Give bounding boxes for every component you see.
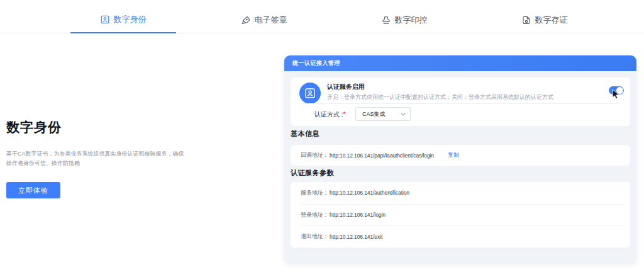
- id-badge-circle-icon: [299, 83, 321, 104]
- page-title: 数字身份: [6, 118, 62, 136]
- service-enable-toggle[interactable]: [609, 86, 624, 94]
- auth-service-card: 认证服务启用 开启：登录方式使用统一认证中配置的认证方式；关闭：登录方式采用系统…: [291, 77, 630, 126]
- auth-method-label: 认证方式 :*: [314, 110, 345, 119]
- service-params-heading: 认证服务参数: [291, 168, 334, 178]
- service-address-row: 服务地址 : http:10.12.106.141/authentificati…: [291, 182, 630, 204]
- exit-address-row: 退出地址 : http:10.12.106.141/exit: [291, 225, 630, 248]
- auth-method-label-text: 认证方式 :: [314, 111, 343, 118]
- panel-title: 统一认证接入管理: [292, 59, 340, 67]
- document-icon: [522, 16, 531, 25]
- required-asterisk: *: [343, 111, 346, 118]
- row-label: 退出地址 :: [301, 232, 330, 241]
- service-url-value: http:10.12.106.141/authentification: [330, 190, 409, 196]
- unified-auth-panel: 统一认证接入管理 认证服务启用 开启：登录方式使用统一认证中配置的认证方式；关闭…: [284, 55, 636, 264]
- description-line: 操作者身份可信、操作防抵赖: [6, 159, 184, 168]
- login-address-row: 登录地址 : http:10.12.106.141/login: [291, 204, 630, 226]
- row-label: 回调地址 :: [301, 151, 330, 159]
- row-label: 登录地址 :: [301, 211, 330, 219]
- service-params-card: 服务地址 : http:10.12.106.141/authentificati…: [291, 182, 630, 248]
- callback-address-row: 回调地址 : http:10.12.106.141/papi/iaauthcli…: [291, 145, 630, 166]
- login-url-value: http:10.12.106.141/login: [330, 212, 386, 218]
- callback-url-value: http:10.12.106.141/papi/iaauthclient/cas…: [330, 152, 434, 159]
- chevron-down-icon: [401, 113, 406, 116]
- divider: [301, 103, 620, 104]
- basic-info-heading: 基本信息: [291, 129, 319, 139]
- tab-label: 数字印控: [395, 14, 428, 26]
- panel-header: 统一认证接入管理: [284, 55, 636, 71]
- page-description: 基于CA数字证书，为各类业务系统提供真实身份认证和核验服务，确保 操作者身份可信…: [6, 149, 184, 168]
- tab-label: 电子签章: [255, 14, 287, 26]
- copy-link[interactable]: 复制: [448, 151, 459, 159]
- auth-method-value: CAS集成: [362, 110, 386, 118]
- tab-digital-identity[interactable]: 数字身份: [70, 6, 176, 33]
- top-tab-bar: 数字身份 电子签章 数字印控 数字存证: [0, 0, 644, 33]
- tab-label: 数字身份: [114, 14, 147, 25]
- toggle-knob: [616, 87, 623, 94]
- tab-label: 数字存证: [535, 14, 568, 26]
- tab-digital-seal-control[interactable]: 数字印控: [352, 6, 457, 33]
- id-badge-icon: [101, 15, 109, 24]
- tab-digital-evidence[interactable]: 数字存证: [492, 6, 597, 33]
- pen-nib-icon: [242, 16, 250, 25]
- tab-electronic-signature[interactable]: 电子签章: [211, 6, 317, 33]
- stamp-icon: [382, 16, 391, 25]
- service-enable-title: 认证服务启用: [327, 83, 365, 91]
- auth-method-select[interactable]: CAS集成: [355, 107, 411, 121]
- description-line: 基于CA数字证书，为各类业务系统提供真实身份认证和核验服务，确保: [6, 149, 184, 159]
- try-now-button[interactable]: 立即体验: [6, 182, 60, 198]
- row-label: 服务地址 :: [301, 189, 330, 197]
- service-enable-description: 开启：登录方式使用统一认证中配置的认证方式；关闭：登录方式采用系统默认的认证方式: [327, 93, 553, 101]
- exit-url-value: http:10.12.106.141/exit: [330, 234, 382, 240]
